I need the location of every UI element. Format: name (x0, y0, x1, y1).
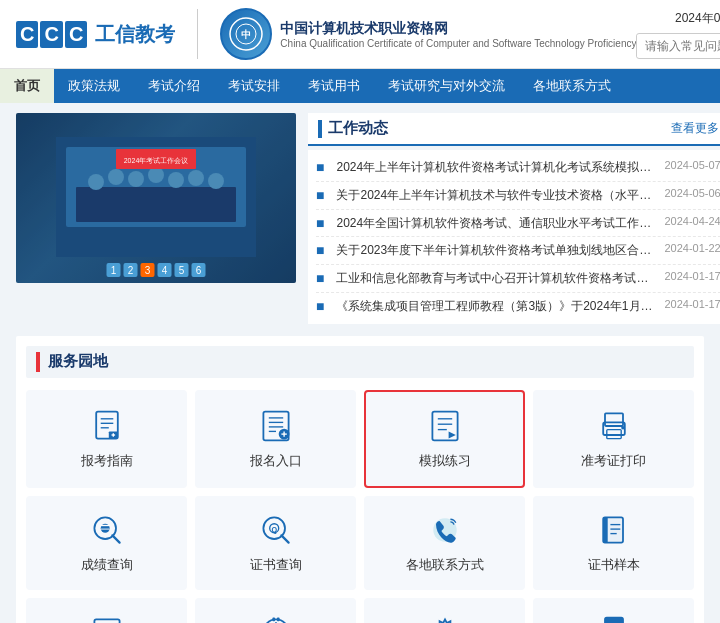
top-section: 2024年考试工作会议 1 2 3 4 5 6 工作动态 (16, 113, 704, 324)
date-home-row: 2024年05月16日 | 回到首页 (675, 10, 720, 27)
news-section-title: 工作动态 (328, 119, 388, 138)
nav-item-intro[interactable]: 考试介绍 (134, 69, 214, 103)
service-label-guide: 报考指南 (81, 452, 133, 470)
news-list: ■ 2024年上半年计算机软件资格考试计算机化考试系统模拟练习的通告 2024-… (308, 150, 720, 324)
svg-text:Q: Q (271, 525, 277, 534)
svg-point-37 (621, 426, 625, 430)
image-caption: 2024年考试工作会议 (48, 129, 264, 267)
ccc-letter-2: C (40, 21, 62, 48)
news-more-link[interactable]: 查看更多 (671, 120, 719, 137)
textbook-icon (596, 614, 632, 623)
print-icon (596, 408, 632, 444)
svg-rect-30 (432, 411, 457, 440)
svg-point-9 (148, 167, 164, 183)
services-grid: 报考指南 报名入口 (26, 390, 694, 623)
dot-2[interactable]: 2 (124, 263, 138, 277)
admin-icon (89, 614, 125, 623)
service-label-cert-sample: 证书样本 (588, 556, 640, 574)
nav-item-books[interactable]: 考试用书 (294, 69, 374, 103)
nav-item-schedule[interactable]: 考试安排 (214, 69, 294, 103)
services-title-bar (36, 352, 40, 372)
dot-5[interactable]: 5 (175, 263, 189, 277)
dot-1[interactable]: 1 (107, 263, 121, 277)
service-label-admit: 准考证打印 (581, 452, 646, 470)
ccc-letter-1: C (16, 21, 38, 48)
gear-icon (427, 614, 463, 623)
service-cert-query[interactable]: Q 证书查询 (195, 496, 356, 590)
service-mock-practice[interactable]: 模拟练习 (364, 390, 525, 488)
score-icon (89, 512, 125, 548)
header-right: 2024年05月16日 | 回到首页 🔍 (636, 10, 720, 59)
svg-point-6 (88, 174, 104, 190)
form-icon (89, 408, 125, 444)
service-score[interactable]: 成绩查询 (26, 496, 187, 590)
news-text-3[interactable]: 2024年全国计算机软件资格考试、通信职业水平考试工作会议暨安全保障工作... (336, 215, 656, 232)
svg-rect-34 (605, 413, 623, 426)
news-section-header: 工作动态 查看更多 (308, 113, 720, 146)
dot-3[interactable]: 3 (141, 263, 155, 277)
svg-text:2024年考试工作会议: 2024年考试工作会议 (124, 157, 189, 165)
news-text-5[interactable]: 工业和信息化部教育与考试中心召开计算机软件资格考试计算机化改革工作总结... (336, 270, 656, 287)
dot-4[interactable]: 4 (158, 263, 172, 277)
logo-divider (197, 9, 198, 59)
service-baokao-entry[interactable]: 报名入口 (195, 390, 356, 488)
services-header: 服务园地 (26, 346, 694, 378)
service-label-contact: 各地联系方式 (406, 556, 484, 574)
news-date-6: 2024-01-17 (664, 298, 720, 310)
news-bullet-1: ■ (316, 159, 324, 175)
news-bullet-2: ■ (316, 187, 324, 203)
ccc-box: C C C (16, 21, 87, 48)
service-label-practice: 模拟练习 (419, 452, 471, 470)
practice-icon (427, 408, 463, 444)
svg-rect-62 (272, 617, 275, 621)
nav-item-policy[interactable]: 政策法规 (54, 69, 134, 103)
nav-item-contact[interactable]: 各地联系方式 (519, 69, 625, 103)
image-dots: 1 2 3 4 5 6 (107, 263, 206, 277)
news-date-5: 2024-01-17 (664, 270, 720, 282)
svg-point-10 (168, 172, 184, 188)
nav-item-research[interactable]: 考试研究与对外交流 (374, 69, 519, 103)
svg-rect-63 (276, 617, 279, 621)
book-icon (596, 512, 632, 548)
search-bar: 🔍 (636, 33, 720, 59)
service-exam-room[interactable]: 机考校时 (195, 598, 356, 623)
cert-org-subtitle: China Qualification Certificate of Compu… (280, 38, 636, 49)
service-baokao-guide[interactable]: 报考指南 (26, 390, 187, 488)
logo-area: C C C 工信教考 中 中国计算机技术职业资格网 China Qualific… (16, 8, 636, 60)
cert-logo: 中 中国计算机技术职业资格网 China Qualification Certi… (220, 8, 636, 60)
service-cert-sample[interactable]: 证书样本 (533, 496, 694, 590)
news-text-2[interactable]: 关于2024年上半年计算机技术与软件专业技术资格（水平）考试批次次安排的通告 (336, 187, 656, 204)
news-bullet-5: ■ (316, 270, 324, 286)
nav-item-home[interactable]: 首页 (0, 69, 54, 103)
services-title: 服务园地 (48, 352, 108, 371)
news-item-2: ■ 关于2024年上半年计算机技术与软件专业技术资格（水平）考试批次次安排的通告… (316, 182, 720, 210)
service-contact[interactable]: 各地联系方式 (364, 496, 525, 590)
svg-line-40 (112, 535, 119, 542)
svg-point-8 (128, 171, 144, 187)
svg-rect-49 (603, 517, 608, 542)
cert-emblem: 中 (220, 8, 272, 60)
news-item-4: ■ 关于2023年度下半年计算机软件资格考试单独划线地区合格标准的通告 2024… (316, 237, 720, 265)
news-text-6[interactable]: 《系统集成项目管理工程师教程（第3版）》于2024年1月出版 (336, 298, 656, 315)
news-text-4[interactable]: 关于2023年度下半年计算机软件资格考试单独划线地区合格标准的通告 (336, 242, 656, 259)
news-section: 工作动态 查看更多 ■ 2024年上半年计算机软件资格考试计算机化考试系统模拟练… (308, 113, 720, 324)
svg-line-45 (281, 535, 288, 542)
current-date: 2024年05月16日 (675, 10, 720, 27)
dot-6[interactable]: 6 (192, 263, 206, 277)
cert-query-icon: Q (258, 512, 294, 548)
clock-icon (258, 614, 294, 623)
svg-text:中: 中 (241, 29, 251, 40)
service-exam-book[interactable]: 考试用书 (533, 598, 694, 623)
svg-point-7 (108, 169, 124, 185)
logo-main-text: 工信教考 (95, 21, 175, 48)
service-label-cert-query: 证书查询 (250, 556, 302, 574)
search-input[interactable] (637, 35, 720, 57)
news-text-1[interactable]: 2024年上半年计算机软件资格考试计算机化考试系统模拟练习的通告 (336, 159, 656, 176)
service-qual-setting[interactable]: 资格设置 (364, 598, 525, 623)
svg-rect-66 (605, 617, 623, 623)
service-admit-card[interactable]: 准考证打印 (533, 390, 694, 488)
service-exam-admin[interactable]: 考务管理入口 (26, 598, 187, 623)
news-item-5: ■ 工业和信息化部教育与考试中心召开计算机软件资格考试计算机化改革工作总结...… (316, 265, 720, 293)
header: C C C 工信教考 中 中国计算机技术职业资格网 China Qualific… (0, 0, 720, 69)
services-section: 服务园地 报考指南 (16, 336, 704, 623)
